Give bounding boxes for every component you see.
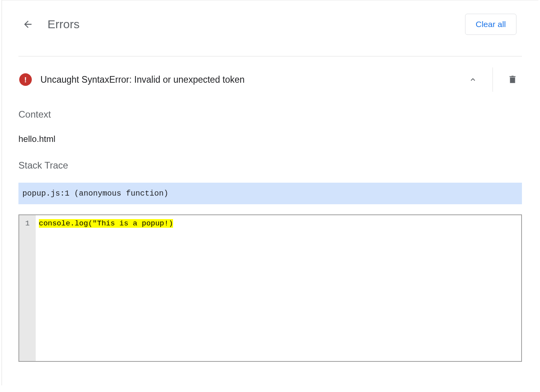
error-title: Uncaught SyntaxError: Invalid or unexpec…	[40, 74, 463, 85]
code-gutter: 1	[19, 215, 36, 361]
back-arrow-button[interactable]	[22, 19, 33, 30]
arrow-left-icon	[22, 19, 33, 30]
header-bar: Errors Clear all	[2, 0, 538, 56]
code-line-highlight: console.log("This is a popup!)	[39, 219, 173, 228]
trash-icon	[507, 74, 518, 85]
code-viewer: 1 console.log("This is a popup!)	[18, 214, 522, 362]
context-heading: Context	[18, 109, 522, 120]
clear-all-button[interactable]: Clear all	[465, 14, 516, 35]
error-header-row: ! Uncaught SyntaxError: Invalid or unexp…	[18, 56, 522, 103]
chevron-up-icon	[469, 75, 477, 84]
stack-trace-entry[interactable]: popup.js:1 (anonymous function)	[18, 183, 522, 204]
separator	[493, 67, 493, 92]
collapse-button[interactable]	[463, 70, 482, 89]
error-header-actions	[463, 67, 522, 92]
line-number: 1	[19, 219, 36, 228]
code-area: console.log("This is a popup!)	[36, 215, 521, 361]
error-block: ! Uncaught SyntaxError: Invalid or unexp…	[2, 56, 538, 362]
stack-trace-heading: Stack Trace	[18, 160, 522, 171]
context-file: hello.html	[18, 134, 522, 144]
page-title: Errors	[47, 18, 465, 31]
delete-button[interactable]	[503, 70, 522, 89]
error-icon: !	[19, 73, 32, 86]
